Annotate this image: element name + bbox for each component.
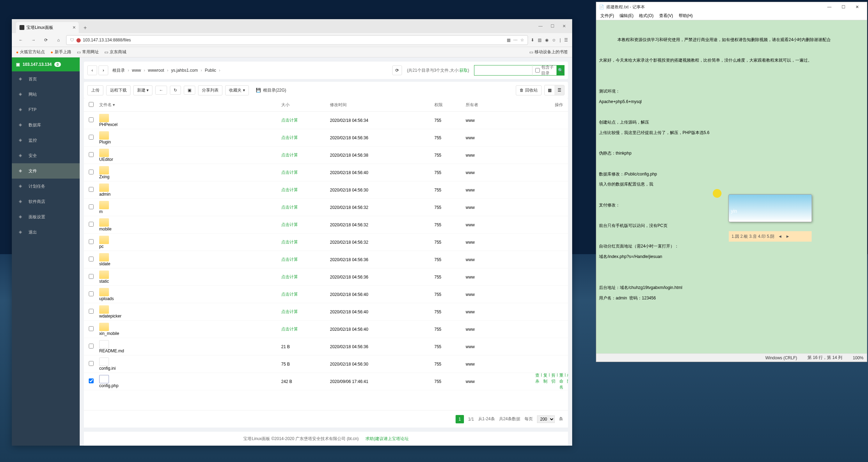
- menu-file[interactable]: 文件(F): [598, 12, 616, 19]
- bookmark-getstarted[interactable]: ●新手上路: [50, 49, 71, 55]
- row-checkbox[interactable]: [89, 309, 99, 315]
- bookmark-mobile[interactable]: ▭移动设备上的书签: [529, 49, 568, 55]
- row-checkbox[interactable]: [89, 239, 99, 245]
- bookmark-common[interactable]: ▭常用网址: [77, 49, 99, 55]
- col-time[interactable]: 修改时间: [330, 102, 434, 108]
- action-重命名[interactable]: 重命名: [559, 373, 563, 390]
- file-row[interactable]: config.ini75 B2020/02/18 04:56:30755www: [84, 355, 568, 373]
- file-name-cell[interactable]: mobile: [99, 218, 281, 232]
- maximize-button[interactable]: ☐: [547, 22, 558, 30]
- file-row[interactable]: m点击计算2020/02/18 04:56:32755www: [84, 199, 568, 216]
- col-size[interactable]: 大小: [281, 102, 330, 108]
- np-minimize-button[interactable]: —: [822, 2, 836, 12]
- file-row[interactable]: README.md21 B2020/02/18 04:56:36755www: [84, 338, 568, 355]
- row-checkbox[interactable]: [89, 222, 99, 228]
- notepad-content[interactable]: 本教程和资源仅供学习和研究使用，严禁进行商业用途，如有侵权请告知删除视频，请在观…: [596, 20, 867, 353]
- crumb-root[interactable]: 根目录: [110, 66, 128, 75]
- action-查杀[interactable]: 查杀: [535, 373, 539, 390]
- row-checkbox[interactable]: [89, 135, 99, 141]
- more-icon[interactable]: ⋯: [513, 38, 518, 42]
- url-input[interactable]: 🛡 ⬤ 103.147.13.134:8888/files ▦ ⋯ ☆: [66, 35, 528, 45]
- page-current[interactable]: 1: [456, 415, 464, 423]
- menu-format[interactable]: 格式(O): [637, 12, 655, 19]
- reload-button[interactable]: ⟳: [41, 35, 51, 45]
- reader-icon[interactable]: ▦: [507, 38, 511, 42]
- profile-icon[interactable]: ☺: [552, 38, 556, 42]
- file-name-cell[interactable]: wdatepicker: [99, 305, 281, 319]
- minimize-button[interactable]: —: [535, 22, 546, 30]
- file-name-cell[interactable]: Zxing: [99, 166, 281, 179]
- row-checkbox[interactable]: [89, 326, 99, 332]
- file-row[interactable]: config.php242 B2020/09/06 17:46:41755www…: [84, 373, 568, 390]
- calc-size-link[interactable]: 点击计算: [281, 274, 298, 279]
- path-back-button[interactable]: ‹: [87, 65, 97, 75]
- sidebar-item-面板设置[interactable]: ◈面板设置: [12, 209, 80, 225]
- row-checkbox[interactable]: [89, 291, 99, 297]
- ime-candidates[interactable]: 1.因 2.银 3.音 4.印 5.阴 ◄ ►: [729, 231, 812, 242]
- file-name-cell[interactable]: PHPexcel: [99, 114, 281, 127]
- menu-view[interactable]: 查看(V): [657, 12, 675, 19]
- new-button[interactable]: 新建 ▾: [133, 85, 152, 95]
- share-list-button[interactable]: 分享列表: [198, 85, 222, 95]
- action-权限[interactable]: 权限: [567, 373, 568, 390]
- notepad-titlebar[interactable]: 📄 搭建教程.txt - 记事本 — ☐ ✕: [596, 2, 867, 12]
- crumb[interactable]: wwwroot: [145, 66, 167, 74]
- search-button[interactable]: 🔍: [557, 65, 564, 76]
- ime-prev-icon[interactable]: ◄: [778, 234, 782, 239]
- file-name-cell[interactable]: static: [99, 271, 281, 284]
- calc-size-link[interactable]: 点击计算: [281, 309, 298, 314]
- action-剪切[interactable]: 剪切: [551, 373, 555, 390]
- sidebar-item-软件商店[interactable]: ◈软件商店: [12, 194, 80, 209]
- library-icon[interactable]: ▥: [538, 38, 542, 42]
- np-close-button[interactable]: ✕: [850, 2, 864, 12]
- download-icon[interactable]: ⬇: [531, 38, 534, 42]
- row-checkbox[interactable]: [89, 257, 99, 263]
- row-checkbox[interactable]: [89, 344, 99, 350]
- grid-view-button[interactable]: ▦: [545, 85, 554, 95]
- file-name-cell[interactable]: sldate: [99, 253, 281, 266]
- sidebar-item-安全[interactable]: ◈安全: [12, 148, 80, 163]
- file-name-cell[interactable]: README.md: [99, 340, 281, 353]
- include-subdir-checkbox[interactable]: 包含子目录: [532, 64, 557, 76]
- home-button[interactable]: ⌂: [54, 35, 63, 45]
- file-name-cell[interactable]: config.php: [99, 375, 281, 388]
- back-button[interactable]: ←: [155, 86, 167, 95]
- select-all-checkbox[interactable]: [89, 102, 99, 108]
- file-name-cell[interactable]: Plugin: [99, 131, 281, 144]
- sidebar-header[interactable]: ▣ 103.147.13.134 0: [12, 57, 80, 71]
- close-button[interactable]: ✕: [559, 22, 569, 30]
- menu-icon[interactable]: ☰: [564, 38, 568, 42]
- file-row[interactable]: xin_mobile点击计算2020/02/18 04:56:40755www: [84, 321, 568, 338]
- file-row[interactable]: static点击计算2020/02/18 04:56:36755www: [84, 268, 568, 286]
- recycle-bin-button[interactable]: 🗑回收站: [516, 85, 542, 95]
- row-checkbox[interactable]: [89, 204, 99, 210]
- menu-help[interactable]: 帮助(H): [677, 12, 695, 19]
- row-checkbox[interactable]: [89, 152, 99, 158]
- crumb[interactable]: ys.jahbs1.com: [168, 66, 201, 74]
- action-复制[interactable]: 复制: [543, 373, 547, 390]
- file-name-cell[interactable]: m: [99, 201, 281, 214]
- col-perm[interactable]: 权限: [434, 102, 466, 108]
- row-checkbox[interactable]: [89, 170, 99, 175]
- ime-next-icon[interactable]: ►: [786, 234, 790, 239]
- calc-size-link[interactable]: 点击计算: [281, 118, 298, 123]
- file-row[interactable]: uploads点击计算2020/02/18 04:56:40755www: [84, 286, 568, 303]
- bookmark-jd[interactable]: ▭京东商城: [104, 49, 126, 55]
- calc-size-link[interactable]: 点击计算: [281, 170, 298, 175]
- file-row[interactable]: wdatepicker点击计算2020/02/18 04:56:40755www: [84, 303, 568, 321]
- get-size-link[interactable]: 获取: [459, 68, 468, 73]
- calc-size-link[interactable]: 点击计算: [281, 257, 298, 262]
- bookmark-star-icon[interactable]: ☆: [520, 38, 524, 42]
- path-refresh-button[interactable]: ⟳: [392, 65, 402, 75]
- calc-size-link[interactable]: 点击计算: [281, 292, 298, 297]
- bookmark-firefox[interactable]: ●火狐官方站点: [16, 49, 45, 55]
- list-view-button[interactable]: ☰: [554, 85, 564, 95]
- row-checkbox[interactable]: [89, 361, 99, 367]
- back-button[interactable]: ←: [16, 35, 26, 45]
- path-forward-button[interactable]: ›: [98, 65, 108, 75]
- col-owner[interactable]: 所有者: [466, 102, 535, 108]
- search-input[interactable]: [474, 68, 532, 73]
- file-name-cell[interactable]: config.ini: [99, 358, 281, 371]
- file-row[interactable]: PHPexcel点击计算2020/02/18 04:56:34755www: [84, 112, 568, 129]
- browser-tab[interactable]: 宝塔Linux面板 ✕: [16, 22, 79, 33]
